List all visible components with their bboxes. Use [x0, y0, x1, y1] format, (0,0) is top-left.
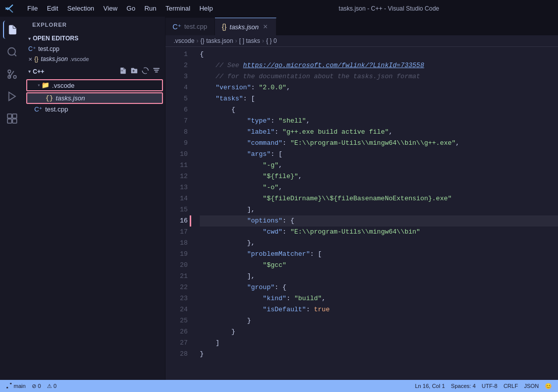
new-file-icon[interactable] — [119, 66, 128, 77]
code-line-15: ], — [200, 204, 558, 215]
code-line-9: "command": "E:\\program-Utils\\mingw64\\… — [200, 138, 558, 149]
cpp-folder-section[interactable]: ▾ C++ — [24, 64, 165, 79]
line-num-27: 27 — [170, 338, 188, 349]
sidebar-header: EXPLORER — [24, 17, 165, 33]
line-num-25: 25 — [170, 315, 188, 326]
svg-line-1 — [14, 54, 16, 56]
code-line-18: }, — [200, 238, 558, 249]
editor-area: C⁺ test.cpp {} tasks.json ✕ .vscode › {}… — [165, 17, 558, 380]
activity-extensions[interactable] — [3, 109, 21, 128]
activity-source-control[interactable] — [3, 65, 21, 83]
open-editors-section[interactable]: ▾ OPEN EDITORS — [24, 33, 165, 44]
cpp-folder-chevron: ▾ — [28, 69, 31, 74]
menu-terminal[interactable]: Terminal — [161, 3, 194, 14]
cpp-icon: C⁺ — [34, 105, 42, 113]
line-num-24: 24 — [170, 304, 188, 315]
git-branch[interactable]: main — [6, 383, 26, 389]
test-cpp-item[interactable]: C⁺ test.cpp — [24, 104, 165, 114]
activity-run[interactable] — [3, 87, 21, 105]
code-line-26: } — [200, 326, 558, 338]
language-mode[interactable]: JSON — [524, 383, 539, 389]
tasks-json-label: tasks.json — [56, 94, 85, 102]
menu-edit[interactable]: Edit — [43, 3, 62, 14]
refresh-icon[interactable] — [141, 66, 150, 77]
code-line-19: "problemMatcher": [ — [200, 249, 558, 260]
menu-go[interactable]: Go — [123, 3, 139, 14]
code-content[interactable]: { // See https://go.microsoft.com/fwlink… — [192, 47, 558, 380]
encoding[interactable]: UTF-8 — [482, 383, 497, 389]
breadcrumb-tasks-array[interactable]: [ ] tasks — [239, 37, 260, 44]
collapse-icon[interactable] — [152, 66, 161, 77]
tab-test-cpp[interactable]: C⁺ test.cpp — [165, 18, 215, 35]
open-editor-tasks-json[interactable]: ✕ {} tasks.json .vscode — [24, 54, 165, 64]
svg-point-2 — [14, 76, 17, 79]
error-count[interactable]: ⊘ 0 — [32, 383, 41, 389]
vscode-folder-label: .vscode — [52, 82, 75, 89]
svg-rect-8 — [13, 119, 17, 123]
code-line-8: "label": "g++.exe build active file", — [200, 127, 558, 138]
eol[interactable]: CRLF — [504, 383, 518, 389]
breadcrumb-sep-1: › — [196, 37, 198, 44]
breadcrumb-tasks-json[interactable]: {} tasks.json — [200, 37, 233, 44]
menu-help[interactable]: Help — [195, 3, 217, 14]
line-num-17: 17 — [170, 227, 188, 238]
feedback-icon[interactable]: 😊 — [545, 383, 552, 389]
code-line-23: "kind": "build", — [200, 293, 558, 304]
menu-selection[interactable]: Selection — [63, 3, 98, 14]
status-bar: main ⊘ 0 ⚠ 0 Ln 16, Col 1 Spaces: 4 UTF-… — [0, 380, 558, 392]
cpp-folder-title: C++ — [33, 68, 44, 75]
code-editor[interactable]: 1 2 3 4 5 6 7 8 9 10 11 12 13 14 15 16 1… — [165, 47, 558, 380]
code-line-20: "$gcc" — [200, 260, 558, 271]
close-tasks-json-button[interactable]: ✕ — [28, 57, 32, 62]
tab-tasks-json-label: tasks.json — [230, 23, 259, 31]
json-icon: {} — [45, 94, 53, 102]
code-line-4: "version": "2.0.0", — [200, 82, 558, 93]
code-line-25: } — [200, 315, 558, 326]
open-editor-test-cpp-label: test.cpp — [38, 45, 60, 52]
menu-file[interactable]: File — [23, 3, 42, 14]
code-line-11: "-g", — [200, 160, 558, 171]
line-num-3: 3 — [170, 71, 188, 82]
code-line-13: "-o", — [200, 182, 558, 193]
code-line-21: ], — [200, 271, 558, 282]
line-num-21: 21 — [170, 271, 188, 282]
menu-run[interactable]: Run — [140, 3, 160, 14]
code-line-2: // See https://go.microsoft.com/fwlink/?… — [200, 60, 558, 71]
new-folder-icon[interactable] — [130, 66, 139, 77]
code-line-16: "options": { — [200, 215, 558, 227]
line-num-12: 12 — [170, 171, 188, 182]
breadcrumb-zero[interactable]: { } 0 — [266, 37, 276, 44]
line-num-1: 1 — [170, 49, 188, 60]
breadcrumb-vscode[interactable]: .vscode — [174, 37, 194, 44]
cpp-file-icon: C⁺ — [28, 45, 36, 52]
code-line-22: "group": { — [200, 282, 558, 293]
line-num-10: 10 — [170, 149, 188, 160]
code-line-28: } — [200, 349, 558, 360]
activity-bar — [0, 17, 24, 380]
code-line-5: "tasks": [ — [200, 93, 558, 104]
activity-explorer[interactable] — [3, 21, 21, 39]
warning-count[interactable]: ⚠ 0 — [47, 383, 57, 389]
status-left: main ⊘ 0 ⚠ 0 — [6, 383, 57, 389]
code-line-3: // for the documentation about the tasks… — [200, 71, 558, 82]
vscode-logo-icon — [5, 4, 15, 14]
svg-rect-6 — [8, 114, 12, 118]
open-editors-title: OPEN EDITORS — [33, 35, 78, 42]
open-editor-test-cpp[interactable]: C⁺ test.cpp — [24, 44, 165, 54]
cursor-position[interactable]: Ln 16, Col 1 — [415, 383, 444, 389]
close-tab-button[interactable]: ✕ — [262, 23, 269, 31]
folder-action-icons — [119, 66, 161, 77]
line-num-5: 5 — [170, 93, 188, 104]
activity-search[interactable] — [3, 43, 21, 61]
line-num-16: 16 — [170, 215, 188, 227]
tab-tasks-json[interactable]: {} tasks.json ✕ — [215, 18, 276, 35]
menu-view[interactable]: View — [99, 3, 122, 14]
tasks-json-item[interactable]: {} tasks.json — [26, 92, 163, 104]
line-num-20: 20 — [170, 260, 188, 271]
tab-test-cpp-label: test.cpp — [184, 23, 207, 30]
line-num-15: 15 — [170, 204, 188, 215]
vscode-folder-item[interactable]: ▾ 📁 .vscode — [26, 79, 163, 91]
folder-icon: 📁 — [41, 81, 49, 89]
indentation[interactable]: Spaces: 4 — [451, 383, 476, 389]
line-num-9: 9 — [170, 138, 188, 149]
